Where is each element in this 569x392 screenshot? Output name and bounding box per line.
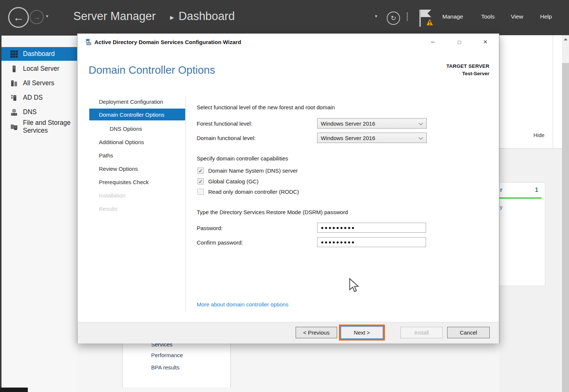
target-server-block: TARGET SERVER Test-Server: [446, 63, 489, 76]
role-tile-row-fragment: y: [500, 204, 503, 210]
ad-ds-icon: [10, 94, 18, 102]
password-label: Password:: [197, 225, 223, 231]
menu-tools[interactable]: Tools: [481, 13, 495, 20]
next-button-highlight: Next >: [339, 325, 385, 340]
forward-icon: →: [30, 10, 44, 24]
mouse-cursor-icon: [348, 278, 361, 294]
rodc-checkbox[interactable]: [197, 189, 204, 195]
sidebar-item-label: Dashboard: [23, 50, 55, 58]
role-detail-card: [122, 337, 231, 387]
rodc-checkbox-label: Read only domain controller (RODC): [208, 189, 299, 195]
role-detail-item-bpa-results[interactable]: BPA results: [151, 364, 179, 371]
wizard-nav-divider: [186, 96, 186, 312]
dns-server-checkbox-label: Domain Name System (DNS) server: [208, 167, 298, 174]
sidebar-item-label: File and Storage Services: [23, 119, 77, 134]
flyout-border: [553, 35, 553, 148]
forward-arrow-glyph: →: [33, 13, 40, 21]
global-catalog-checkbox-label: Global Catalog (GC): [208, 178, 259, 185]
password-field[interactable]: ●●●●●●●●●: [317, 223, 426, 233]
install-button: Install: [400, 327, 443, 338]
breadcrumb-caret-icon[interactable]: ▾: [375, 13, 377, 19]
breadcrumb-dashboard[interactable]: Dashboard: [179, 10, 235, 23]
forest-functional-level-label: Forest functional level:: [197, 120, 252, 127]
dns-server-checkbox-row: ✓ Domain Name System (DNS) server: [197, 167, 298, 174]
wizard-nav-review-options[interactable]: Review Options: [99, 166, 138, 172]
chevron-down-icon: [419, 135, 423, 139]
menu-view[interactable]: View: [511, 13, 523, 20]
maximize-icon[interactable]: □: [452, 36, 466, 48]
domain-functional-level-value: Windows Server 2016: [321, 135, 375, 141]
wizard-app-icon: [85, 39, 92, 46]
role-tile-count: 1: [535, 187, 538, 193]
functional-level-heading: Select functional level of the new fores…: [197, 104, 335, 110]
target-server-label: TARGET SERVER: [446, 63, 489, 69]
role-tile-status-line: [499, 197, 542, 199]
server-manager-topbar: ← → ▾ Server Manager ▶ Dashboard ▾ ↻ | M…: [0, 0, 569, 35]
sidebar: Dashboard Local Server All Servers AD DS…: [0, 35, 77, 392]
hide-link[interactable]: Hide: [533, 132, 545, 138]
sidebar-item-file-and-storage[interactable]: File and Storage Services: [0, 120, 77, 133]
global-catalog-checkbox-row: ✓ Global Catalog (GC): [197, 178, 259, 185]
sidebar-item-label: Local Server: [23, 65, 59, 73]
back-arrow-glyph: ←: [13, 11, 24, 24]
next-button[interactable]: Next >: [340, 326, 383, 339]
close-icon[interactable]: ×: [478, 36, 492, 48]
menu-manage[interactable]: Manage: [442, 13, 463, 20]
target-server-name: Test-Server: [446, 71, 489, 76]
wizard-page-title: Domain Controller Options: [89, 64, 215, 76]
dns-icon: [10, 108, 18, 116]
rodc-checkbox-row: Read only domain controller (RODC): [197, 189, 299, 195]
refresh-icon[interactable]: ↻: [387, 11, 400, 25]
capabilities-heading: Specify domain controller capabilities: [197, 155, 288, 162]
chevron-down-icon: [419, 121, 423, 125]
nav-history-caret-icon[interactable]: ▾: [46, 13, 49, 19]
domain-functional-level-label: Domain functional level:: [197, 135, 256, 141]
notification-flag-icon[interactable]: [416, 8, 435, 28]
topbar-divider: |: [406, 10, 409, 22]
global-catalog-checkbox[interactable]: ✓: [197, 178, 204, 185]
wizard-nav-additional-options[interactable]: Additional Options: [99, 139, 144, 145]
sidebar-item-label: DNS: [23, 108, 37, 116]
confirm-password-field[interactable]: ●●●●●●●●●: [317, 237, 426, 247]
wizard-nav-installation: Installation: [99, 192, 126, 199]
domain-functional-level-select[interactable]: Windows Server 2016: [317, 133, 427, 143]
file-and-storage-icon: [10, 123, 18, 131]
scrollbar-up-icon[interactable]: [564, 38, 568, 40]
minimize-icon[interactable]: –: [426, 36, 440, 48]
cancel-button[interactable]: Cancel: [447, 327, 490, 338]
window-left-edge: [0, 35, 1, 392]
adds-configuration-wizard-dialog: Active Directory Domain Services Configu…: [77, 33, 499, 343]
wizard-nav-paths[interactable]: Paths: [99, 152, 113, 159]
sidebar-item-all-servers[interactable]: All Servers: [0, 76, 77, 90]
taskbar-fragment: [0, 388, 28, 392]
dns-server-checkbox[interactable]: ✓: [197, 167, 204, 174]
breadcrumb-separator-icon: ▶: [170, 14, 174, 20]
sidebar-item-label: AD DS: [23, 94, 43, 102]
more-about-link[interactable]: More about domain controller options: [197, 301, 289, 308]
wizard-window-title: Active Directory Domain Services Configu…: [94, 39, 241, 45]
wizard-nav-results: Results: [99, 206, 117, 212]
wizard-nav-dns-options[interactable]: DNS Options: [110, 126, 142, 132]
role-detail-item-performance[interactable]: Performance: [151, 352, 183, 358]
sidebar-item-dns[interactable]: DNS: [0, 105, 77, 119]
wizard-nav-deployment-configuration[interactable]: Deployment Configuration: [99, 99, 163, 105]
sidebar-item-local-server[interactable]: Local Server: [0, 62, 77, 76]
forest-functional-level-value: Windows Server 2016: [321, 120, 375, 127]
wizard-nav-prerequisites-check[interactable]: Prerequisites Check: [99, 179, 149, 185]
role-tile-title-fragment: r: [500, 187, 502, 193]
menu-help[interactable]: Help: [540, 13, 552, 20]
scrollbar-thumb[interactable]: [562, 63, 569, 392]
previous-button[interactable]: < Previous: [296, 327, 337, 338]
sidebar-item-ad-ds[interactable]: AD DS: [0, 91, 77, 104]
forest-functional-level-select[interactable]: Windows Server 2016: [317, 118, 427, 129]
dashboard-grid-icon: [10, 50, 18, 58]
back-icon[interactable]: ←: [8, 7, 29, 28]
dsrm-heading: Type the Directory Services Restore Mode…: [197, 209, 348, 215]
breadcrumb-server-manager[interactable]: Server Manager: [73, 10, 156, 23]
all-servers-icon: [10, 79, 18, 87]
sidebar-item-dashboard[interactable]: Dashboard: [0, 47, 77, 61]
local-server-icon: [10, 65, 18, 73]
refresh-glyph: ↻: [390, 14, 396, 22]
wizard-nav-domain-controller-options[interactable]: Domain Controller Options: [89, 109, 185, 120]
confirm-password-label: Confirm password:: [197, 239, 243, 246]
